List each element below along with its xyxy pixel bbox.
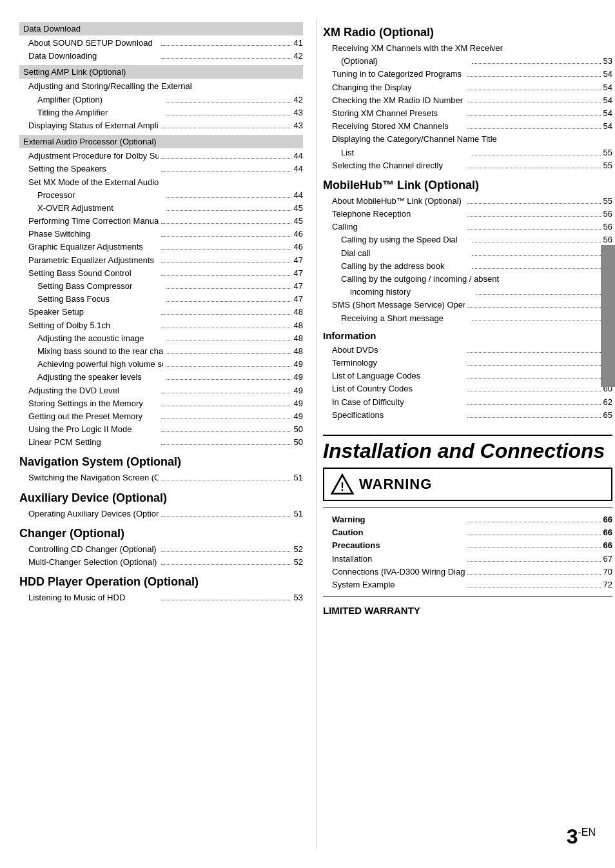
toc-entry-high-volume: Achieving powerful high volume sound 49	[19, 358, 303, 371]
toc-entry-linear-pcm: Linear PCM Setting 50	[19, 436, 303, 449]
warning-divider	[323, 508, 612, 508]
toc-entry-data-downloading: Data Downloading 42	[19, 50, 303, 63]
toc-entry-stored-xm: Receiving Stored XM Channels 54	[323, 120, 612, 133]
toc-entry-speaker-setup: Speaker Setup 48	[19, 306, 303, 319]
section-header-data-download: Data Download	[19, 22, 303, 35]
toc-entry-dial-call: Dial call 56	[323, 247, 612, 260]
toc-entry-displaying-status: Displaying Status of External Amplifier …	[19, 119, 303, 132]
page-number: 3	[567, 825, 578, 848]
toc-entry-dolby-51ch: Setting of Dolby 5.1ch 48	[19, 319, 303, 332]
toc-entry-short-message: Receiving a Short message 57	[323, 312, 612, 325]
toc-entry-country-codes: List of Country Codes 60	[323, 382, 612, 395]
limited-warranty-divider	[323, 597, 612, 597]
toc-entry-outgoing-incoming: Calling by the outgoing / incoming / abs…	[323, 273, 612, 286]
section-header-external-audio: External Audio Processor (Optional)	[19, 135, 303, 148]
section-header-amp-link: Setting AMP Link (Optional)	[19, 65, 303, 79]
svg-text:!: !	[340, 480, 344, 493]
section-title-information: Information	[323, 330, 612, 341]
toc-entry-optional-xm: (Optional) 53	[323, 55, 612, 68]
warning-box: ! WARNING	[323, 468, 612, 501]
section-title-hdd: HDD Player Operation (Optional)	[19, 575, 303, 589]
toc-entry-set-mx-mode: Set MX Mode of the External Audio	[19, 176, 303, 189]
toc-entry-difficulty: In Case of Difficulty 62	[323, 396, 612, 409]
toc-entry-aux-devices: Operating Auxiliary Devices (Optional) 5…	[19, 508, 303, 520]
toc-entry-multi-changer: Multi-Changer Selection (Optional) 52	[19, 556, 303, 569]
toc-entry-cd-changer: Controlling CD Changer (Optional) 52	[19, 543, 303, 556]
section-title-navigation: Navigation System (Optional)	[19, 455, 303, 469]
toc-entry-specifications: Specifications 65	[323, 409, 612, 422]
toc-entry-setting-speakers: Setting the Speakers 44	[19, 163, 303, 175]
right-column: XM Radio (Optional) Receiving XM Channel…	[316, 19, 612, 849]
warning-label: WARNING	[359, 476, 432, 493]
toc-entry-speed-dial: Calling by using the Speed Dial 56	[323, 233, 612, 246]
toc-entry-about-sound-setup: About SOUND SETUP Download 41	[19, 37, 303, 50]
page-number-badge: 3-EN	[567, 825, 596, 849]
toc-entry-xover: X-OVER Adjustment 45	[19, 202, 303, 215]
installation-section: Installation and Connections ! WARNING W…	[323, 435, 612, 616]
toc-entry-address-book: Calling by the address book 56	[323, 260, 612, 273]
toc-entry-incoming-history: incoming history 56	[323, 286, 612, 299]
toc-entry-tcr: Performing Time Correction Manually (TCR…	[19, 215, 303, 228]
installation-title: Installation and Connections	[323, 440, 612, 462]
toc-entry-dolby-surround: Adjustment Procedure for Dolby Surround …	[19, 150, 303, 163]
toc-entry-amplifier-option: Amplifier (Option) 42	[19, 94, 303, 106]
toc-entry-titling-amplifier: Titling the Amplifier 43	[19, 106, 303, 119]
toc-entry-terminology: Terminology 58	[323, 357, 612, 370]
section-title-changer: Changer (Optional)	[19, 527, 303, 540]
toc-entry-dvd-level: Adjusting the DVD Level 49	[19, 384, 303, 397]
toc-entry-installation: Installation 67	[323, 553, 612, 566]
toc-entry-bass-sound-control: Setting Bass Sound Control 47	[19, 267, 303, 280]
toc-entry-xm-id: Checking the XM Radio ID Number 54	[323, 94, 612, 107]
toc-entry-receiving-xm: Receiving XM Channels with the XM Receiv…	[323, 42, 612, 55]
toc-entry-pro-logic: Using the Pro Logic II Mode 50	[19, 423, 303, 436]
section-title-auxiliary: Auxiliary Device (Optional)	[19, 491, 303, 505]
toc-entry-bass-focus: Setting Bass Focus 47	[19, 293, 303, 306]
left-column: Data Download About SOUND SETUP Download…	[19, 19, 316, 849]
section-title-xm-radio: XM Radio (Optional)	[323, 26, 612, 39]
toc-entry-parametric-eq: Parametric Equalizer Adjustments 47	[19, 254, 303, 267]
toc-entry-graphic-eq: Graphic Equalizer Adjustments 46	[19, 241, 303, 253]
toc-entry-sms: SMS (Short Message Service) Operation 57	[323, 299, 612, 311]
toc-entry-mixing-bass: Mixing bass sound to the rear channel 48	[19, 345, 303, 358]
toc-entry-category-channel: Displaying the Category/Channel Name Tit…	[323, 133, 612, 146]
toc-entry-about-dvds: About DVDs 57	[323, 344, 612, 357]
page-suffix: -EN	[578, 827, 596, 838]
toc-entry-storing-settings: Storing Settings in the Memory 49	[19, 397, 303, 410]
warning-triangle-icon: !	[331, 473, 354, 496]
toc-entry-hdd-music: Listening to Music of HDD 53	[19, 591, 303, 604]
toc-entry-processor: Processor 44	[19, 189, 303, 202]
toc-entry-list: List 55	[323, 146, 612, 159]
toc-entry-caution: Caution 66	[323, 526, 612, 539]
toc-entry-language-codes: List of Language Codes 59	[323, 370, 612, 382]
toc-entry-adjusting-storing: Adjusting and Storing/Recalling the Exte…	[19, 80, 303, 93]
toc-entry-selecting-channel: Selecting the Channel directly 55	[323, 159, 612, 172]
toc-entry-changing-display: Changing the Display 54	[323, 81, 612, 94]
section-title-mobilehub: MobileHub™ Link (Optional)	[323, 179, 612, 192]
limited-warranty-label: LIMITED WARRANTY	[323, 605, 612, 616]
warning-entries: Warning 66 Caution 66 Precautions 66 Ins…	[323, 513, 612, 591]
toc-entry-tuning-categorized: Tuning in to Categorized Programs 54	[323, 68, 612, 81]
toc-entry-preset-memory: Getting out the Preset Memory 49	[19, 410, 303, 423]
toc-entry-system-example: System Example 72	[323, 578, 612, 591]
toc-entry-acoustic-image: Adjusting the acoustic image 48	[19, 332, 303, 345]
toc-entry-warning: Warning 66	[323, 513, 612, 526]
toc-entry-xm-presets: Storing XM Channel Presets 54	[323, 107, 612, 120]
toc-entry-connections-wiring: Connections (IVA-D300 Wiring Diagram) 70	[323, 566, 612, 578]
toc-entry-bass-compressor: Setting Bass Compressor 47	[19, 280, 303, 293]
toc-entry-nav-switching: Switching the Navigation Screen (Optiona…	[19, 471, 303, 484]
toc-entry-about-mobilehub: About MobileHub™ Link (Optional) 55	[323, 195, 612, 208]
toc-entry-calling: Calling 56	[323, 221, 612, 233]
toc-entry-telephone-reception: Telephone Reception 56	[323, 208, 612, 221]
toc-entry-precautions: Precautions 66	[323, 539, 612, 552]
toc-entry-speaker-levels: Adjusting the speaker levels 49	[19, 371, 303, 384]
sidebar-tab	[601, 245, 615, 387]
toc-entry-phase-switching: Phase Switching 46	[19, 228, 303, 241]
